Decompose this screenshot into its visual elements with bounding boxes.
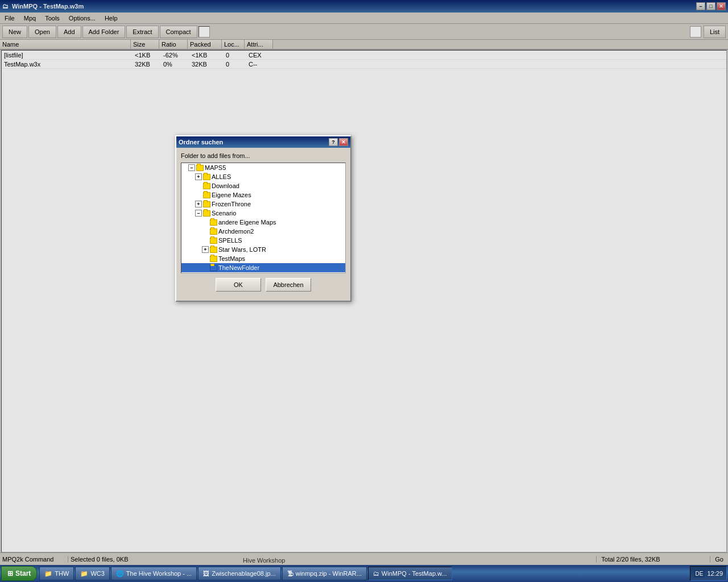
folder-icon-frozenthrone [203,201,210,207]
tree-expander-starwars[interactable]: + [202,246,209,253]
dialog-folder-label: Folder to add files from... [181,152,346,159]
folder-icon-archdemon [210,228,217,235]
dialog-close-button[interactable]: ✕ [339,138,348,146]
folder-tree-container[interactable]: – MAPS5 + ALLES [181,163,346,273]
image-icon: 🖼 [203,570,209,577]
ok-button[interactable]: OK [216,278,261,292]
dialog-buttons: OK Abbrechen [181,273,346,296]
folder-icon-maps5 [196,165,204,171]
start-icon: ⊞ [7,569,13,577]
folder-icon-andere [210,219,217,226]
app-icon: 🗂 [373,570,379,577]
folder-icon: 📁 [80,570,88,577]
tree-item-testmaps[interactable]: TestMaps [181,254,346,263]
taskbar-item-3[interactable]: 🖼 Zwischenablage08.jp... [198,567,281,580]
taskbar: ⊞ Start 📁 THW 📁 WC3 🌐 The Hive Workshop … [0,565,728,582]
dialog-help-button[interactable]: ? [329,138,338,146]
tree-item-download[interactable]: Download [181,181,346,190]
folder-icon-starwars [210,247,217,253]
tree-item-andere[interactable]: andere Eigene Maps [181,218,346,227]
cancel-button[interactable]: Abbrechen [266,278,311,292]
taskbar-item-4[interactable]: 🗜 winmpq.zip - WinRAR... [282,567,367,580]
tree-expander-testmaps [202,255,209,262]
tree-expander-frozenthrone[interactable]: + [195,201,202,207]
tree-expander-spells [202,237,209,244]
taskbar-item-2[interactable]: 🌐 The Hive Workshop - ... [111,567,197,580]
tree-item-scenario[interactable]: – Scenario [181,209,346,218]
tree-expander-thenewfolder [202,264,209,271]
folder-icon-scenario [203,210,210,217]
tree-scroll-area: – MAPS5 + ALLES [181,163,346,272]
folder-icon-download [203,183,210,189]
taskbar-item-1[interactable]: 📁 WC3 [75,567,109,580]
tree-expander-alles[interactable]: + [195,173,202,180]
tree-item-archdemon[interactable]: Archdemon2 [181,227,346,236]
dialog-title-bar: Ordner suchen ? ✕ [176,136,350,148]
ordner-suchen-dialog: Ordner suchen ? ✕ Folder to add files fr… [175,135,351,302]
folder-icon-eigene-mazes [203,192,210,198]
taskbar-item-5[interactable]: 🗂 WinMPQ - TestMap.w... [368,567,452,580]
tree-item-spells[interactable]: SPELLS [181,236,346,245]
archive-icon: 🗜 [287,570,293,577]
tree-expander-scenario[interactable]: – [195,210,202,217]
folder-icon-thenewfolder [210,265,217,271]
taskbar-item-0[interactable]: 📁 THW [39,567,74,580]
taskbar-right: DE 12:29 [690,566,727,581]
tree-expander-eigene-mazes [195,192,202,198]
tree-expander-maps5[interactable]: – [188,164,195,171]
tree-item-frozenthrone[interactable]: + FrozenThrone [181,199,346,209]
folder-icon-testmaps [210,256,217,262]
dialog-overlay: Ordner suchen ? ✕ Folder to add files fr… [0,0,728,565]
dialog-title-text: Ordner suchen [179,139,329,146]
tree-expander-andere [202,219,209,226]
tree-item-maps5[interactable]: – MAPS5 [181,163,346,172]
dialog-body: Folder to add files from... – MAPS5 [176,148,350,301]
folder-icon-spells [210,238,217,244]
tree-item-thenewfolder[interactable]: TheNewFolder [181,263,346,272]
language-indicator: DE [694,570,705,577]
folder-icon: 📁 [44,570,52,577]
start-button[interactable]: ⊞ Start [1,566,37,581]
tree-item-alles[interactable]: + ALLES [181,172,346,181]
taskbar-items: 📁 THW 📁 WC3 🌐 The Hive Workshop - ... 🖼 … [39,567,689,580]
folder-icon-alles [203,174,210,180]
tree-expander-archdemon [202,228,209,235]
tree-item-eigene-mazes[interactable]: Eigene Mazes [181,190,346,199]
tree-item-starwars[interactable]: + Star Wars, LOTR [181,245,346,254]
tree-expander-download [195,182,202,189]
clock: 12:29 [707,570,723,577]
browser-icon: 🌐 [116,570,124,577]
